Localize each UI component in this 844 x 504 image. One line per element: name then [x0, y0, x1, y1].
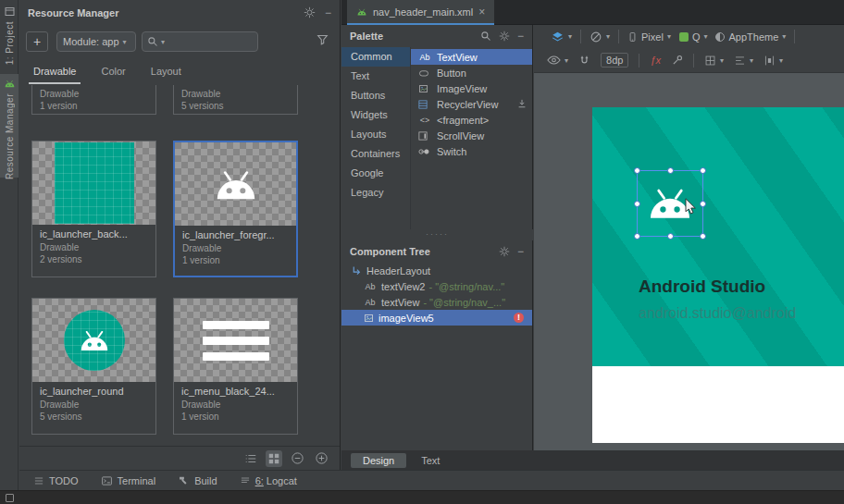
tab-design-mode[interactable]: Design	[351, 453, 406, 468]
category-google[interactable]: Google	[341, 164, 410, 183]
card-type: Drawable	[40, 399, 148, 411]
tree-item-headerlayout[interactable]: HeaderLayout	[341, 263, 532, 278]
resize-handle[interactable]	[667, 167, 674, 174]
close-icon[interactable]: ×	[478, 6, 485, 18]
resize-handle[interactable]	[700, 201, 706, 207]
toolwindow-button-build[interactable]: Build	[178, 474, 217, 486]
device-screen-preview[interactable]: Android Studio android.studio@android	[592, 107, 844, 443]
category-containers[interactable]: Containers	[341, 144, 410, 164]
resize-handle[interactable]	[634, 201, 640, 207]
card-type: Drawable	[181, 399, 290, 411]
category-buttons[interactable]: Buttons	[341, 86, 410, 105]
nav-header-preview[interactable]: Android Studio android.studio@android	[592, 107, 844, 366]
component-button[interactable]: Button	[411, 65, 532, 80]
component-switch[interactable]: Switch	[411, 143, 532, 159]
minimize-icon[interactable]: −	[325, 6, 331, 19]
tab-color[interactable]: Color	[101, 59, 125, 85]
tree-item-textview[interactable]: Ab textView - "@string/nav_..."	[341, 294, 532, 310]
guidelines-select[interactable]: ▾	[704, 55, 724, 67]
orientation-select[interactable]: ▾	[590, 31, 610, 43]
component-label: TextView	[437, 52, 478, 63]
category-text[interactable]: Text	[341, 67, 410, 86]
gear-icon[interactable]	[499, 31, 510, 42]
clear-constraints-button[interactable]: ƒx	[650, 55, 661, 66]
component-recyclerview[interactable]: RecyclerView	[411, 96, 532, 112]
toolwindow-button-todo[interactable]: TODO	[33, 475, 79, 486]
toolwindow-button-project[interactable]: 1: Project	[0, 2, 19, 70]
toolwindow-resource-manager-label: Resource Manager	[5, 93, 15, 179]
zoom-out-icon[interactable]	[289, 449, 306, 467]
resize-handle[interactable]	[634, 167, 640, 174]
resize-handle[interactable]	[700, 167, 706, 174]
category-common[interactable]: Common	[341, 47, 410, 67]
module-select[interactable]: Module: app ▾	[56, 31, 136, 52]
default-margin-field[interactable]: 8dp	[601, 53, 628, 68]
add-resource-button[interactable]: +	[26, 31, 48, 52]
toolwindow-button-terminal[interactable]: Terminal	[101, 475, 156, 486]
drawable-card-partial[interactable]: Drawable 1 version	[31, 85, 156, 115]
component-scrollview[interactable]: ScrollView	[411, 128, 532, 143]
filter-icon[interactable]	[316, 33, 329, 45]
autoconnect-toggle[interactable]	[578, 55, 590, 67]
view-options-select[interactable]: ▾	[547, 55, 568, 66]
toolwindow-label: Build	[194, 475, 217, 486]
component-imageview[interactable]: ImageView	[411, 80, 532, 96]
component-fragment[interactable]: <> <fragment>	[411, 112, 532, 128]
zoom-in-icon[interactable]	[313, 449, 330, 467]
preview-title-textview[interactable]: Android Studio	[639, 277, 765, 297]
toolwindow-button-logcat[interactable]: 6: Logcat	[240, 475, 297, 486]
tab-text-mode[interactable]: Text	[409, 453, 452, 468]
design-surface-select[interactable]: ▾	[551, 31, 572, 43]
drawable-card-ic-launcher-background[interactable]: ic_launcher_back... Drawable 2 versions	[31, 141, 156, 277]
device-select[interactable]: Pixel ▾	[627, 31, 671, 43]
component-textview[interactable]: Ab TextView	[411, 49, 532, 65]
gear-icon[interactable]	[499, 246, 510, 257]
search-input[interactable]: ▾	[142, 31, 258, 52]
tab-drawable[interactable]: Drawable	[33, 59, 76, 85]
grid-view-icon[interactable]	[266, 450, 282, 467]
resize-handle[interactable]	[667, 233, 674, 240]
tool-window-bar: TODO Terminal Build 6: Logcat	[19, 470, 844, 490]
download-icon[interactable]	[516, 98, 528, 109]
design-canvas[interactable]: Android Studio android.studio@android	[534, 72, 844, 450]
category-layouts[interactable]: Layouts	[341, 125, 410, 144]
align-select[interactable]: ▾	[734, 55, 753, 67]
tree-item-textview2[interactable]: Ab textView2 - "@string/nav..."	[341, 278, 532, 294]
chevron-down-icon: ▾	[123, 38, 127, 46]
tab-layout[interactable]: Layout	[151, 59, 181, 85]
minimize-icon[interactable]: −	[517, 245, 524, 258]
logcat-icon	[240, 475, 251, 486]
card-versions: 1 version	[40, 100, 148, 112]
gear-icon[interactable]	[304, 6, 316, 18]
design-toolbar-bottom: ▾ 8dp ƒx ▾ ▾ ▾	[534, 48, 844, 72]
palette-categories: Common Text Buttons Widgets Layouts Cont…	[341, 47, 411, 229]
drawable-card-ic-menu-black[interactable]: ic_menu_black_24... Drawable 1 version	[173, 298, 298, 435]
drawable-card-ic-launcher-foreground[interactable]: ic_launcher_foregr... Drawable 1 version	[173, 141, 298, 277]
android-icon	[4, 79, 16, 89]
toolwindow-toggle-icon[interactable]	[6, 494, 14, 502]
editor-tab-label: nav_header_main.xml	[373, 6, 473, 18]
drawable-card-partial[interactable]: Drawable 5 versions	[173, 85, 298, 115]
preview-subtitle-textview[interactable]: android.studio@android	[639, 305, 796, 322]
drawable-card-ic-launcher-round[interactable]: ic_launcher_round Drawable 5 versions	[31, 298, 156, 435]
minimize-icon[interactable]: −	[517, 30, 524, 43]
resize-handle[interactable]	[700, 233, 706, 240]
tree-item-imageview5[interactable]: imageView5 !	[341, 310, 532, 326]
infer-constraints-button[interactable]	[671, 55, 683, 67]
resize-handle[interactable]	[634, 233, 640, 240]
left-tool-stripe: 1: Project Resource Manager	[0, 0, 19, 490]
panel-splitter[interactable]: ·····	[341, 229, 533, 239]
api-select[interactable]: Q ▾	[679, 31, 708, 43]
pack-select[interactable]: ▾	[763, 55, 783, 67]
chevron-down-icon: ▾	[720, 56, 724, 65]
editor-tab-nav-header-main[interactable]: nav_header_main.xml ×	[347, 0, 494, 25]
list-view-icon[interactable]	[242, 450, 259, 467]
card-versions: 1 version	[182, 254, 289, 266]
toolwindow-button-resource-manager[interactable]: Resource Manager	[0, 74, 19, 178]
category-legacy[interactable]: Legacy	[341, 183, 410, 203]
search-icon[interactable]	[480, 31, 491, 42]
theme-select[interactable]: AppTheme ▾	[715, 31, 786, 43]
chevron-down-icon: ▾	[565, 56, 568, 65]
magnet-icon	[578, 55, 590, 67]
category-widgets[interactable]: Widgets	[341, 105, 410, 125]
